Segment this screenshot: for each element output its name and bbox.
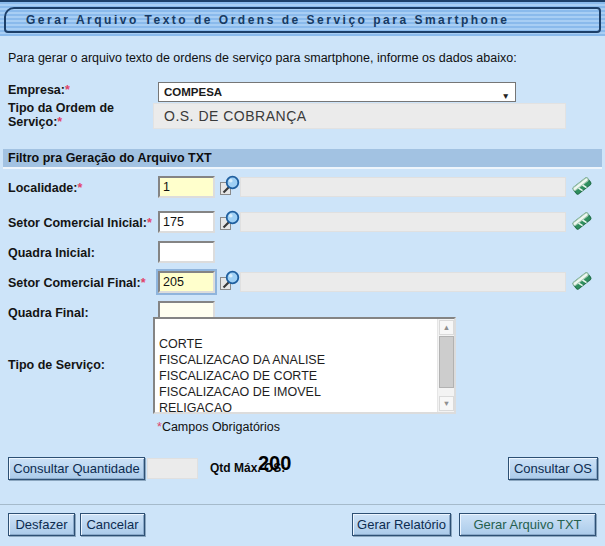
listbox-option[interactable]: FISCALIZACAO DE IMOVEL <box>159 384 433 400</box>
setor-final-label-text: Setor Comercial Final: <box>8 276 141 290</box>
search-icon <box>219 280 241 295</box>
listbox-option[interactable]: CORTE <box>159 336 433 352</box>
tipo-ordem-label: Tipo da Ordem de Serviço:* <box>8 101 148 129</box>
scroll-down-icon: ▼ <box>443 399 450 408</box>
quadra-inicial-label: Quadra Inicial: <box>8 246 95 260</box>
localidade-search-button[interactable] <box>219 175 241 197</box>
empresa-label-text: Empresa: <box>8 83 65 97</box>
setor-final-input[interactable] <box>158 271 215 293</box>
note-text: Campos Obrigatórios <box>162 420 280 434</box>
gerar-arquivo-txt-page: Gerar Arquivo Texto de Ordens de Serviço… <box>0 0 605 546</box>
scroll-down-button[interactable]: ▼ <box>439 396 454 411</box>
localidade-label-text: Localidade: <box>8 181 77 195</box>
setor-final-clear-button[interactable] <box>571 270 593 292</box>
filtro-section-header: Filtro pra Geração do Arquivo TXT <box>3 149 602 169</box>
consultar-quantidade-button[interactable]: Consultar Quantidade <box>8 457 145 480</box>
quantidade-field <box>147 458 198 479</box>
empresa-label: Empresa:* <box>8 83 70 97</box>
setor-inicial-input[interactable] <box>158 211 215 233</box>
setor-final-label: Setor Comercial Final:* <box>8 276 146 290</box>
setor-inicial-descricao-field <box>240 212 566 232</box>
listbox-scrollbar[interactable]: ▲ ▼ <box>437 319 454 412</box>
scroll-up-button[interactable]: ▲ <box>439 320 454 335</box>
localidade-input[interactable] <box>158 176 215 198</box>
campos-obrigatorios-note: *Campos Obrigatórios <box>157 420 280 434</box>
search-icon <box>219 185 241 200</box>
eraser-icon <box>571 280 593 295</box>
cancelar-button[interactable]: Cancelar <box>80 513 145 536</box>
setor-inicial-clear-button[interactable] <box>571 210 593 232</box>
setor-inicial-label-text: Setor Comercial Inicial: <box>8 216 147 230</box>
search-icon <box>219 220 241 235</box>
scroll-up-icon: ▲ <box>443 323 450 332</box>
listbox-option[interactable]: FISCALIZACAO DE CORTE <box>159 368 433 384</box>
localidade-clear-button[interactable] <box>571 175 593 197</box>
empresa-required-marker: * <box>65 83 70 97</box>
setor-inicial-search-button[interactable] <box>219 210 241 232</box>
setor-inicial-label: Setor Comercial Inicial:* <box>8 216 152 230</box>
page-title: Gerar Arquivo Texto de Ordens de Serviço… <box>4 7 601 33</box>
tipo-servico-listbox[interactable]: ▲ ▼ CORTEFISCALIZACAO DA ANALISEFISCALIZ… <box>153 317 456 414</box>
localidade-label: Localidade:* <box>8 181 82 195</box>
eraser-icon <box>571 220 593 235</box>
instruction-text: Para gerar o arquivo texto de ordens de … <box>8 51 517 65</box>
setor-final-required-marker: * <box>141 276 146 290</box>
gerar-relatorio-button[interactable]: Gerar Relatório <box>352 513 451 536</box>
localidade-required-marker: * <box>77 181 82 195</box>
quadra-final-label: Quadra Final: <box>8 306 89 320</box>
listbox-option[interactable] <box>159 320 433 336</box>
qtd-max-value: 200 <box>258 452 291 475</box>
tipo-ordem-field: O.S. DE COBRANÇA <box>153 103 566 129</box>
header-strip: Gerar Arquivo Texto de Ordens de Serviço… <box>0 0 605 36</box>
tipo-servico-label: Tipo de Serviço: <box>8 358 105 372</box>
gerar-arquivo-txt-button[interactable]: Gerar Arquivo TXT <box>459 513 596 536</box>
empresa-select[interactable]: COMPESA ▼ <box>158 82 516 102</box>
consultar-os-button[interactable]: Consultar OS <box>508 457 598 480</box>
scroll-thumb[interactable] <box>439 336 454 388</box>
localidade-descricao-field <box>240 177 566 197</box>
setor-final-descricao-field <box>240 272 566 292</box>
tipo-ordem-required-marker: * <box>57 115 62 129</box>
desfazer-button[interactable]: Desfazer <box>8 513 75 536</box>
footer-divider <box>0 504 605 505</box>
listbox-option[interactable]: RELIGACAO <box>159 400 433 414</box>
listbox-option[interactable]: FISCALIZACAO DA ANALISE <box>159 352 433 368</box>
setor-final-search-button[interactable] <box>219 270 241 292</box>
empresa-selected-value: COMPESA <box>164 86 222 98</box>
quadra-inicial-input[interactable] <box>158 241 215 263</box>
setor-inicial-required-marker: * <box>147 216 152 230</box>
eraser-icon <box>571 185 593 200</box>
